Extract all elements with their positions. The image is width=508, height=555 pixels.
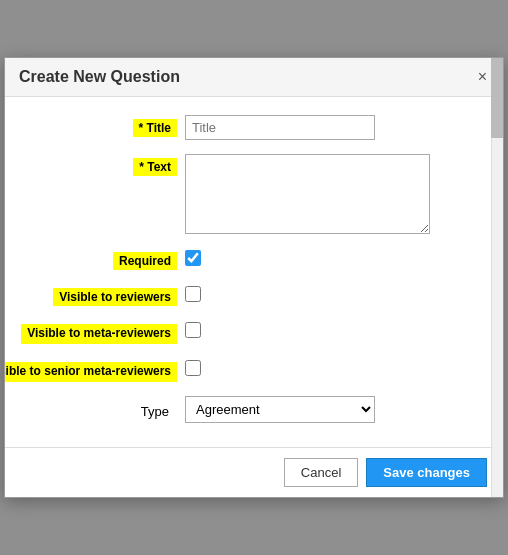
type-label-wrap: Type: [25, 396, 185, 419]
visible-reviewers-control-wrap: [185, 284, 483, 302]
type-select[interactable]: Agreement Text Rating Yes/No: [185, 396, 375, 423]
modal: Create New Question × * Title * Text: [4, 57, 504, 497]
title-label-wrap: * Title: [25, 115, 185, 137]
text-row: * Text: [25, 154, 483, 234]
visible-reviewers-row: Visible to reviewers: [25, 284, 483, 306]
visible-senior-checkbox[interactable]: [185, 360, 201, 376]
visible-meta-checkbox[interactable]: [185, 322, 201, 338]
modal-title: Create New Question: [19, 68, 180, 86]
modal-overlay: Create New Question × * Title * Text: [0, 0, 508, 555]
title-label: * Title: [133, 119, 177, 137]
title-row: * Title: [25, 115, 483, 140]
visible-meta-row: Visible to meta-reviewers: [25, 320, 483, 344]
visible-reviewers-checkbox[interactable]: [185, 286, 201, 302]
save-button[interactable]: Save changes: [366, 458, 487, 487]
title-input[interactable]: [185, 115, 375, 140]
required-row: Required: [25, 248, 483, 270]
required-control-wrap: [185, 248, 483, 266]
visible-senior-row: Visible to senior meta-reviewers: [25, 358, 483, 382]
visible-senior-label-wrap: Visible to senior meta-reviewers: [25, 358, 185, 382]
scrollbar-thumb[interactable]: [491, 58, 503, 138]
type-label: Type: [141, 400, 177, 419]
cancel-button[interactable]: Cancel: [284, 458, 358, 487]
title-control-wrap: [185, 115, 483, 140]
modal-body: * Title * Text Required: [5, 97, 503, 446]
visible-reviewers-label-wrap: Visible to reviewers: [25, 284, 185, 306]
modal-footer: Cancel Save changes: [5, 447, 503, 497]
visible-meta-label: Visible to meta-reviewers: [21, 324, 177, 344]
visible-senior-label: Visible to senior meta-reviewers: [5, 362, 177, 382]
type-row: Type Agreement Text Rating Yes/No: [25, 396, 483, 423]
visible-senior-control-wrap: [185, 358, 483, 376]
visible-meta-control-wrap: [185, 320, 483, 338]
text-control-wrap: [185, 154, 483, 234]
required-checkbox[interactable]: [185, 250, 201, 266]
visible-meta-label-wrap: Visible to meta-reviewers: [25, 320, 185, 344]
required-label: Required: [113, 252, 177, 270]
visible-reviewers-label: Visible to reviewers: [53, 288, 177, 306]
modal-close-button[interactable]: ×: [476, 69, 489, 85]
text-label: * Text: [133, 158, 177, 176]
scrollbar-track[interactable]: [491, 58, 503, 496]
text-label-wrap: * Text: [25, 154, 185, 176]
text-textarea[interactable]: [185, 154, 430, 234]
type-control-wrap: Agreement Text Rating Yes/No: [185, 396, 483, 423]
modal-header: Create New Question ×: [5, 58, 503, 97]
required-label-wrap: Required: [25, 248, 185, 270]
